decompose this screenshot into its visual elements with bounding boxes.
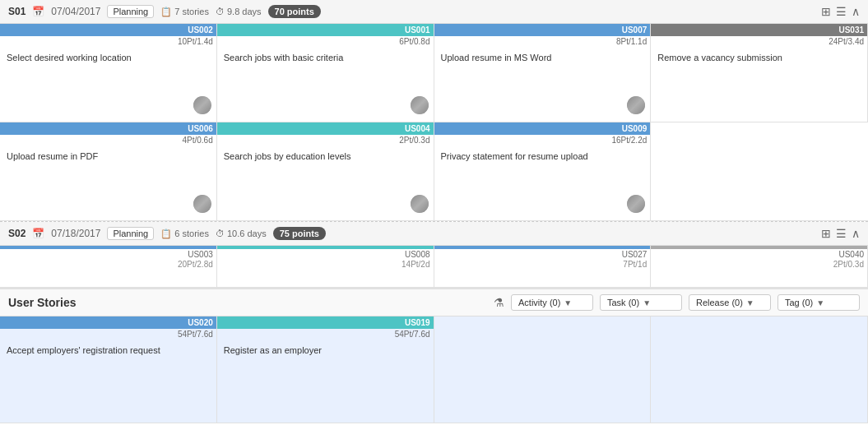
bottom-pts-us020: 54Pt/7.6d <box>0 329 216 340</box>
card-id-us009: US009 <box>622 124 648 133</box>
pts-us040: US040 <box>651 249 867 260</box>
sprint2-card-us003: US003 20Pt/2.8d <box>0 246 217 287</box>
story-card-us031: US031 24Pt/3.4d Remove a vacancy submiss… <box>651 24 868 122</box>
bottom-card-empty-1 <box>434 316 652 423</box>
user-stories-title: User Stories <box>8 296 487 309</box>
list-icon-2[interactable]: ☰ <box>836 227 847 240</box>
card-header-us002: US002 <box>0 24 216 36</box>
sprint-2-stories: 📋 6 stories <box>160 229 209 239</box>
story-card-us006: US006 4Pt/0.6d Upload resume in PDF <box>0 122 217 221</box>
card-footer-us004 <box>411 195 429 215</box>
board-icon[interactable]: ⊞ <box>821 5 831 18</box>
pts-us003: US003 <box>0 249 216 260</box>
story-card-us001: US001 6Pt/0.8d Search jobs with basic cr… <box>217 24 434 122</box>
sprint-2-icons: ⊞ ☰ ∧ <box>821 227 860 240</box>
sprint-2-header: S02 📅 07/18/2017 Planning 📋 6 stories ⏱ … <box>0 222 868 246</box>
sprint-2-section: S02 📅 07/18/2017 Planning 📋 6 stories ⏱ … <box>0 222 868 288</box>
sprint-2-status[interactable]: Planning <box>107 227 154 240</box>
bottom-title-us019: Register as an employer <box>217 340 434 362</box>
avatar-us002 <box>193 96 211 114</box>
bottom-title-us020: Accept employers' registration request <box>0 340 216 362</box>
activity-dropdown-arrow: ▼ <box>564 298 572 307</box>
user-stories-section: User Stories ⚗ Activity (0) ▼ Task (0) ▼… <box>0 288 868 423</box>
sprint-1-section: S01 📅 07/04/2017 Planning 📋 7 stories ⏱ … <box>0 0 868 222</box>
pts2-us008: 14Pt/2d <box>217 260 434 269</box>
main-container: S01 📅 07/04/2017 Planning 📋 7 stories ⏱ … <box>0 0 868 425</box>
avatar-us004 <box>411 195 429 213</box>
sprint-2-cards-row: US003 20Pt/2.8d US008 14Pt/2d US027 7Pt/… <box>0 246 868 288</box>
user-stories-grid: US020 54Pt/7.6d Accept employers' regist… <box>0 316 868 423</box>
bottom-card-empty-2 <box>651 316 868 423</box>
card-title-us004: Search jobs by education levels <box>217 146 434 168</box>
avatar-us009 <box>627 195 645 213</box>
card-pts-us007: 8Pt/1.1d <box>434 36 651 47</box>
pts2-us027: 7Pt/1d <box>434 260 651 269</box>
tag-filter[interactable]: Tag (0) ▼ <box>777 294 860 311</box>
card-header-us009: US009 <box>434 122 651 135</box>
card-footer-us001 <box>411 96 429 117</box>
card-id-us031: US031 <box>838 25 864 35</box>
card-title-us009: Privacy statement for resume upload <box>434 146 651 168</box>
card-header-us004: US004 <box>217 122 434 135</box>
activity-filter[interactable]: Activity (0) ▼ <box>511 294 593 311</box>
avatar-us007 <box>627 96 645 114</box>
card-pts-us004: 2Pt/0.3d <box>217 135 434 146</box>
sprint-2-id: S02 <box>8 228 26 239</box>
release-dropdown-arrow: ▼ <box>746 298 754 307</box>
tag-dropdown-arrow: ▼ <box>816 298 824 307</box>
card-id-us006: US006 <box>188 124 213 133</box>
sprint-2-points: 75 points <box>273 227 326 240</box>
release-filter[interactable]: Release (0) ▼ <box>689 294 771 311</box>
sprint-2-date: 07/18/2017 <box>51 228 100 239</box>
story-card-us002: US002 10Pt/1.4d Select desired working l… <box>0 24 217 122</box>
stories-icon-2: 📋 <box>160 229 172 238</box>
calendar-icon-2: 📅 <box>32 228 44 239</box>
pts-us008: US008 <box>217 249 434 260</box>
pts2-us040: 2Pt/0.3d <box>651 260 867 269</box>
avatar-us006 <box>193 195 211 213</box>
bottom-card-id-us019: US019 <box>405 318 430 327</box>
card-header-us006: US006 <box>0 122 216 135</box>
board-icon-2[interactable]: ⊞ <box>821 227 831 240</box>
card-id-us007: US007 <box>622 25 648 35</box>
list-icon[interactable]: ☰ <box>836 5 847 18</box>
sprint-1-status[interactable]: Planning <box>107 5 154 18</box>
sprint-1-days: ⏱ 9.8 days <box>216 7 262 16</box>
sprint-1-grid: US002 10Pt/1.4d Select desired working l… <box>0 24 868 222</box>
card-title-us007: Upload resume in MS Word <box>434 47 651 69</box>
expand-icon-2[interactable]: ∧ <box>852 227 860 240</box>
card-title-us001: Search jobs with basic criteria <box>217 47 434 69</box>
sprint2-card-us040: US040 2Pt/0.3d <box>651 246 868 287</box>
card-footer-us009 <box>627 195 645 215</box>
card-title-us031: Remove a vacancy submission <box>651 47 867 69</box>
card-pts-us006: 4Pt/0.6d <box>0 135 216 146</box>
story-card-us009: US009 16Pt/2.2d Privacy statement for re… <box>434 122 652 221</box>
task-filter[interactable]: Task (0) ▼ <box>600 294 682 311</box>
stories-icon: 📋 <box>160 7 172 16</box>
bottom-card-id-us020: US020 <box>188 318 213 327</box>
card-id-us002: US002 <box>188 25 213 35</box>
sprint-1-icons: ⊞ ☰ ∧ <box>821 5 860 18</box>
story-card-empty-s1 <box>651 122 868 221</box>
story-card-us004: US004 2Pt/0.3d Search jobs by education … <box>217 122 434 221</box>
sprint2-card-us027: US027 7Pt/1d <box>434 246 652 287</box>
filter-icon[interactable]: ⚗ <box>494 296 504 309</box>
clock-icon-2: ⏱ <box>216 229 225 238</box>
pts-us027: US027 <box>434 249 651 260</box>
clock-icon: ⏱ <box>216 7 225 16</box>
sprint-2-days: ⏱ 10.6 days <box>216 229 267 238</box>
card-footer-us007 <box>627 96 645 117</box>
card-pts-us001: 6Pt/0.8d <box>217 36 434 47</box>
card-id-us001: US001 <box>405 25 430 35</box>
avatar-us001 <box>411 96 429 114</box>
bottom-card-header-us019: US019 <box>217 316 434 329</box>
story-card-us007: US007 8Pt/1.1d Upload resume in MS Word <box>434 24 652 122</box>
card-title-us006: Upload resume in PDF <box>0 146 216 168</box>
sprint-1-date: 07/04/2017 <box>51 6 100 17</box>
card-footer-us002 <box>193 96 211 117</box>
sprint-1-id: S01 <box>8 6 26 17</box>
task-dropdown-arrow: ▼ <box>643 298 651 307</box>
card-pts-us031: 24Pt/3.4d <box>651 36 867 47</box>
sprint-1-points: 70 points <box>268 5 321 18</box>
expand-icon[interactable]: ∧ <box>852 5 860 18</box>
